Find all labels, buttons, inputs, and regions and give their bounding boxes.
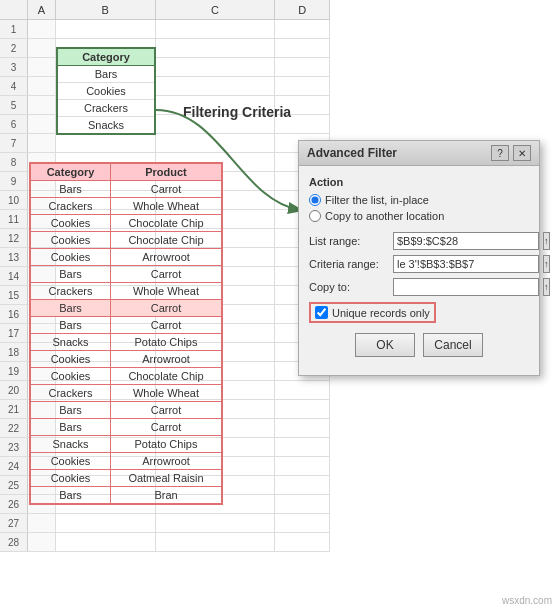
radio-filter-inplace[interactable]: Filter the list, in-place: [309, 194, 529, 206]
table-row: Cookies Oatmeal Raisin: [31, 470, 221, 487]
copy-to-btn[interactable]: ↑: [543, 278, 550, 296]
unique-records-row: Unique records only: [309, 302, 529, 323]
action-label: Action: [309, 176, 529, 188]
grid-row-1: 1: [0, 20, 330, 39]
table-row: Crackers Whole Wheat: [31, 385, 221, 402]
table-row: Crackers Whole Wheat: [31, 283, 221, 300]
ok-button[interactable]: OK: [355, 333, 415, 357]
criteria-box: Category Bars Cookies Crackers Snacks: [56, 47, 156, 135]
radio-filter-inplace-label: Filter the list, in-place: [325, 194, 429, 206]
field-group: List range: ↑ Criteria range: ↑ Copy to:…: [309, 232, 529, 296]
criteria-range-label: Criteria range:: [309, 258, 389, 270]
action-radio-group: Filter the list, in-place Copy to anothe…: [309, 194, 529, 222]
watermark: wsxdn.com: [502, 595, 552, 606]
dialog-title: Advanced Filter: [307, 146, 397, 160]
table-row: Bars Carrot: [31, 181, 221, 198]
table-row: Bars Bran: [31, 487, 221, 503]
table-row: Cookies Chocolate Chip: [31, 215, 221, 232]
criteria-header: Category: [58, 49, 154, 66]
criteria-item-bars: Bars: [58, 66, 154, 83]
table-row: Bars Carrot: [31, 402, 221, 419]
grid-row-28: 28: [0, 533, 330, 552]
data-table-header: Category Product: [31, 164, 221, 181]
dialog-footer: OK Cancel: [309, 333, 529, 365]
radio-filter-inplace-input[interactable]: [309, 194, 321, 206]
table-row: Snacks Potato Chips: [31, 436, 221, 453]
dialog-question-btn[interactable]: ?: [491, 145, 509, 161]
grid-row-2: 2: [0, 39, 330, 58]
col-headers: A B C D: [0, 0, 330, 20]
filtering-criteria-label: Filtering Criteria: [183, 104, 291, 120]
table-row: Bars Carrot: [31, 419, 221, 436]
col-header-b: B: [56, 0, 156, 19]
radio-copy-location-label: Copy to another location: [325, 210, 444, 222]
criteria-range-btn[interactable]: ↑: [543, 255, 550, 273]
col-header-a: A: [28, 0, 56, 19]
dialog-controls: ? ✕: [491, 145, 531, 161]
data-table: Category Product Bars Carrot Crackers Wh…: [29, 162, 223, 505]
table-row: Bars Carrot: [31, 266, 221, 283]
criteria-item-cookies: Cookies: [58, 83, 154, 100]
table-row: Crackers Whole Wheat: [31, 198, 221, 215]
table-row: Cookies Arrowroot: [31, 351, 221, 368]
col-header-c: C: [156, 0, 276, 19]
radio-copy-location-input[interactable]: [309, 210, 321, 222]
unique-records-label: Unique records only: [332, 307, 430, 319]
copy-to-row: Copy to: ↑: [309, 278, 529, 296]
unique-records-highlight: Unique records only: [309, 302, 436, 323]
copy-to-label: Copy to:: [309, 281, 389, 293]
unique-records-checkbox[interactable]: [315, 306, 328, 319]
grid-row-4: 4: [0, 77, 330, 96]
list-range-btn[interactable]: ↑: [543, 232, 550, 250]
dialog-close-btn[interactable]: ✕: [513, 145, 531, 161]
grid-row-27: 27: [0, 514, 330, 533]
table-row: Snacks Potato Chips: [31, 334, 221, 351]
table-row: Bars Carrot: [31, 317, 221, 334]
criteria-item-crackers: Crackers: [58, 100, 154, 117]
list-range-input[interactable]: [393, 232, 539, 250]
radio-copy-location[interactable]: Copy to another location: [309, 210, 529, 222]
table-row-highlighted: Bars Carrot: [31, 300, 221, 317]
col-header-d: D: [275, 0, 330, 19]
copy-to-input[interactable]: [393, 278, 539, 296]
table-row: Cookies Chocolate Chip: [31, 368, 221, 385]
list-range-row: List range: ↑: [309, 232, 529, 250]
col-header-product: Product: [111, 164, 221, 181]
col-header-rownum: [0, 0, 28, 19]
dialog-body: Action Filter the list, in-place Copy to…: [299, 166, 539, 375]
col-header-category: Category: [31, 164, 111, 181]
list-range-label: List range:: [309, 235, 389, 247]
grid-row-3: 3: [0, 58, 330, 77]
dialog-titlebar: Advanced Filter ? ✕: [299, 141, 539, 166]
criteria-range-row: Criteria range: ↑: [309, 255, 529, 273]
grid-row-7: 7: [0, 134, 330, 153]
advanced-filter-dialog: Advanced Filter ? ✕ Action Filter the li…: [298, 140, 540, 376]
cancel-button[interactable]: Cancel: [423, 333, 483, 357]
criteria-range-input[interactable]: [393, 255, 539, 273]
table-row: Cookies Arrowroot: [31, 249, 221, 266]
table-row: Cookies Chocolate Chip: [31, 232, 221, 249]
table-row: Cookies Arrowroot: [31, 453, 221, 470]
criteria-item-snacks: Snacks: [58, 117, 154, 133]
